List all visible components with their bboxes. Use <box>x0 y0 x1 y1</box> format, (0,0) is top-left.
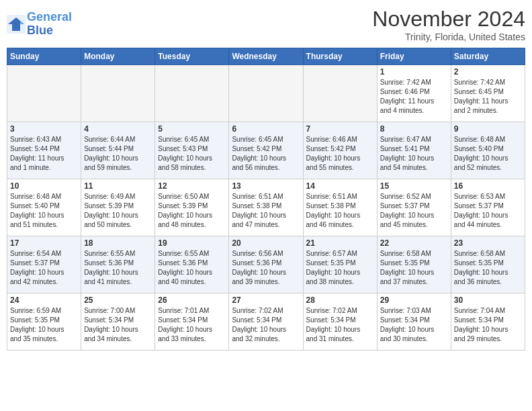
day-number: 3 <box>10 124 78 134</box>
calendar-cell: 2Sunrise: 7:42 AM Sunset: 6:45 PM Daylig… <box>451 65 525 122</box>
day-info: Sunrise: 7:42 AM Sunset: 6:45 PM Dayligh… <box>454 78 522 116</box>
calendar-cell: 10Sunrise: 6:48 AM Sunset: 5:40 PM Dayli… <box>7 179 81 236</box>
weekday-header: Wednesday <box>229 48 303 65</box>
day-info: Sunrise: 6:50 AM Sunset: 5:39 PM Dayligh… <box>158 192 226 230</box>
calendar-week-row: 3Sunrise: 6:43 AM Sunset: 5:44 PM Daylig… <box>7 122 525 179</box>
day-info: Sunrise: 7:04 AM Sunset: 5:34 PM Dayligh… <box>454 306 522 344</box>
day-number: 18 <box>84 238 152 248</box>
calendar-cell: 28Sunrise: 7:02 AM Sunset: 5:34 PM Dayli… <box>303 293 377 351</box>
day-number: 12 <box>158 181 226 191</box>
day-number: 29 <box>380 295 448 305</box>
weekday-header: Saturday <box>451 48 525 65</box>
day-info: Sunrise: 6:54 AM Sunset: 5:37 PM Dayligh… <box>10 249 78 287</box>
calendar-cell: 6Sunrise: 6:45 AM Sunset: 5:42 PM Daylig… <box>229 122 303 179</box>
calendar-cell: 18Sunrise: 6:55 AM Sunset: 5:36 PM Dayli… <box>81 236 155 293</box>
calendar-cell: 30Sunrise: 7:04 AM Sunset: 5:34 PM Dayli… <box>451 293 525 351</box>
calendar-cell: 24Sunrise: 6:59 AM Sunset: 5:35 PM Dayli… <box>7 293 81 351</box>
day-info: Sunrise: 6:59 AM Sunset: 5:35 PM Dayligh… <box>10 306 78 344</box>
weekday-header: Friday <box>377 48 451 65</box>
day-number: 28 <box>306 295 374 305</box>
calendar-cell: 22Sunrise: 6:58 AM Sunset: 5:35 PM Dayli… <box>377 236 451 293</box>
logo: General Blue <box>7 11 72 38</box>
day-info: Sunrise: 6:45 AM Sunset: 5:43 PM Dayligh… <box>158 135 226 173</box>
calendar-cell: 20Sunrise: 6:56 AM Sunset: 5:36 PM Dayli… <box>229 236 303 293</box>
calendar-table: SundayMondayTuesdayWednesdayThursdayFrid… <box>7 48 525 351</box>
day-info: Sunrise: 7:42 AM Sunset: 6:46 PM Dayligh… <box>380 78 448 116</box>
day-info: Sunrise: 6:57 AM Sunset: 5:35 PM Dayligh… <box>306 249 374 287</box>
day-info: Sunrise: 6:49 AM Sunset: 5:39 PM Dayligh… <box>84 192 152 230</box>
calendar-cell: 3Sunrise: 6:43 AM Sunset: 5:44 PM Daylig… <box>7 122 81 179</box>
calendar-cell: 1Sunrise: 7:42 AM Sunset: 6:46 PM Daylig… <box>377 65 451 122</box>
day-info: Sunrise: 6:47 AM Sunset: 5:41 PM Dayligh… <box>380 135 448 173</box>
day-info: Sunrise: 6:53 AM Sunset: 5:37 PM Dayligh… <box>454 192 522 230</box>
day-info: Sunrise: 6:44 AM Sunset: 5:44 PM Dayligh… <box>84 135 152 173</box>
calendar-cell <box>303 65 377 122</box>
day-number: 10 <box>10 181 78 191</box>
calendar-cell: 9Sunrise: 6:48 AM Sunset: 5:40 PM Daylig… <box>451 122 525 179</box>
day-number: 27 <box>232 295 300 305</box>
day-info: Sunrise: 6:45 AM Sunset: 5:42 PM Dayligh… <box>232 135 300 173</box>
calendar-cell: 26Sunrise: 7:01 AM Sunset: 5:34 PM Dayli… <box>155 293 229 351</box>
day-number: 17 <box>10 238 78 248</box>
calendar-week-row: 10Sunrise: 6:48 AM Sunset: 5:40 PM Dayli… <box>7 179 525 236</box>
logo-line1: General <box>27 10 72 24</box>
calendar-cell: 29Sunrise: 7:03 AM Sunset: 5:34 PM Dayli… <box>377 293 451 351</box>
calendar-cell <box>155 65 229 122</box>
day-number: 11 <box>84 181 152 191</box>
day-number: 30 <box>454 295 522 305</box>
day-number: 19 <box>158 238 226 248</box>
calendar-header-row: SundayMondayTuesdayWednesdayThursdayFrid… <box>7 48 525 65</box>
day-info: Sunrise: 7:01 AM Sunset: 5:34 PM Dayligh… <box>158 306 226 344</box>
day-number: 6 <box>232 124 300 134</box>
calendar-cell: 25Sunrise: 7:00 AM Sunset: 5:34 PM Dayli… <box>81 293 155 351</box>
month-title: November 2024 <box>372 7 525 32</box>
day-number: 9 <box>454 124 522 134</box>
calendar-cell: 21Sunrise: 6:57 AM Sunset: 5:35 PM Dayli… <box>303 236 377 293</box>
calendar-cell: 4Sunrise: 6:44 AM Sunset: 5:44 PM Daylig… <box>81 122 155 179</box>
day-info: Sunrise: 6:51 AM Sunset: 5:38 PM Dayligh… <box>232 192 300 230</box>
day-info: Sunrise: 6:58 AM Sunset: 5:35 PM Dayligh… <box>380 249 448 287</box>
calendar-week-row: 24Sunrise: 6:59 AM Sunset: 5:35 PM Dayli… <box>7 293 525 351</box>
calendar-week-row: 17Sunrise: 6:54 AM Sunset: 5:37 PM Dayli… <box>7 236 525 293</box>
day-number: 24 <box>10 295 78 305</box>
day-info: Sunrise: 7:03 AM Sunset: 5:34 PM Dayligh… <box>380 306 448 344</box>
calendar-cell: 19Sunrise: 6:55 AM Sunset: 5:36 PM Dayli… <box>155 236 229 293</box>
day-number: 16 <box>454 181 522 191</box>
calendar-cell: 11Sunrise: 6:49 AM Sunset: 5:39 PM Dayli… <box>81 179 155 236</box>
day-number: 15 <box>380 181 448 191</box>
calendar-cell <box>229 65 303 122</box>
day-number: 22 <box>380 238 448 248</box>
calendar-cell: 13Sunrise: 6:51 AM Sunset: 5:38 PM Dayli… <box>229 179 303 236</box>
calendar-cell: 5Sunrise: 6:45 AM Sunset: 5:43 PM Daylig… <box>155 122 229 179</box>
calendar-cell: 8Sunrise: 6:47 AM Sunset: 5:41 PM Daylig… <box>377 122 451 179</box>
weekday-header: Monday <box>81 48 155 65</box>
weekday-header: Sunday <box>7 48 81 65</box>
day-info: Sunrise: 6:51 AM Sunset: 5:38 PM Dayligh… <box>306 192 374 230</box>
title-area: November 2024 Trinity, Florida, United S… <box>372 7 525 42</box>
calendar-cell: 27Sunrise: 7:02 AM Sunset: 5:34 PM Dayli… <box>229 293 303 351</box>
day-info: Sunrise: 6:52 AM Sunset: 5:37 PM Dayligh… <box>380 192 448 230</box>
day-info: Sunrise: 6:58 AM Sunset: 5:35 PM Dayligh… <box>454 249 522 287</box>
day-info: Sunrise: 6:56 AM Sunset: 5:36 PM Dayligh… <box>232 249 300 287</box>
logo-icon <box>7 15 26 34</box>
day-number: 25 <box>84 295 152 305</box>
day-number: 13 <box>232 181 300 191</box>
day-info: Sunrise: 7:02 AM Sunset: 5:34 PM Dayligh… <box>306 306 374 344</box>
calendar-cell: 17Sunrise: 6:54 AM Sunset: 5:37 PM Dayli… <box>7 236 81 293</box>
day-info: Sunrise: 6:43 AM Sunset: 5:44 PM Dayligh… <box>10 135 78 173</box>
calendar-week-row: 1Sunrise: 7:42 AM Sunset: 6:46 PM Daylig… <box>7 65 525 122</box>
logo-text: General Blue <box>27 11 72 38</box>
weekday-header: Thursday <box>303 48 377 65</box>
calendar-cell: 23Sunrise: 6:58 AM Sunset: 5:35 PM Dayli… <box>451 236 525 293</box>
day-number: 21 <box>306 238 374 248</box>
calendar-cell: 15Sunrise: 6:52 AM Sunset: 5:37 PM Dayli… <box>377 179 451 236</box>
day-info: Sunrise: 7:02 AM Sunset: 5:34 PM Dayligh… <box>232 306 300 344</box>
day-info: Sunrise: 6:55 AM Sunset: 5:36 PM Dayligh… <box>84 249 152 287</box>
calendar-cell <box>7 65 81 122</box>
day-info: Sunrise: 6:46 AM Sunset: 5:42 PM Dayligh… <box>306 135 374 173</box>
day-number: 23 <box>454 238 522 248</box>
day-number: 4 <box>84 124 152 134</box>
calendar-cell: 7Sunrise: 6:46 AM Sunset: 5:42 PM Daylig… <box>303 122 377 179</box>
calendar-cell: 16Sunrise: 6:53 AM Sunset: 5:37 PM Dayli… <box>451 179 525 236</box>
day-info: Sunrise: 6:55 AM Sunset: 5:36 PM Dayligh… <box>158 249 226 287</box>
